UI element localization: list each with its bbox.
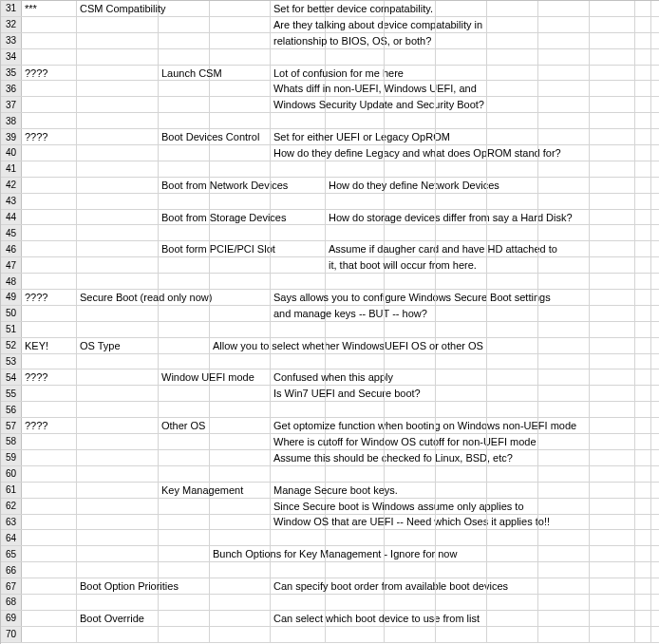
cell-a[interactable] <box>22 546 77 561</box>
cell-i[interactable] <box>487 306 538 321</box>
cell-i[interactable] <box>487 499 538 514</box>
cell-c[interactable] <box>159 145 210 161</box>
cell-g[interactable] <box>385 113 436 128</box>
cell-c[interactable] <box>159 161 210 177</box>
cell-f[interactable] <box>326 562 385 578</box>
cell-l[interactable] <box>635 241 651 256</box>
cell-i[interactable] <box>487 257 538 273</box>
row-header[interactable]: 40 <box>1 145 22 161</box>
cell-b[interactable] <box>77 113 159 128</box>
cell-j[interactable] <box>538 434 590 449</box>
cell-b[interactable] <box>77 418 159 433</box>
cell-l[interactable] <box>635 595 651 610</box>
cell-d[interactable] <box>210 611 271 626</box>
cell-l[interactable] <box>635 434 651 449</box>
cell-g[interactable] <box>385 306 436 321</box>
cell-h[interactable] <box>436 386 487 401</box>
cell-i[interactable] <box>487 466 538 482</box>
row-header[interactable]: 65 <box>1 546 22 561</box>
cell-g[interactable] <box>385 483 436 498</box>
row-header[interactable]: 42 <box>1 178 22 193</box>
cell-m[interactable] <box>651 290 659 305</box>
cell-e[interactable] <box>271 530 326 545</box>
cell-a[interactable] <box>22 257 77 273</box>
cell-c[interactable] <box>159 49 210 65</box>
cell-h[interactable] <box>436 290 487 305</box>
cell-l[interactable] <box>635 290 651 305</box>
cell-f[interactable] <box>326 322 385 337</box>
cell-j[interactable] <box>538 225 590 240</box>
cell-h[interactable] <box>436 257 487 273</box>
cell-l[interactable] <box>635 81 651 96</box>
cell-e[interactable] <box>271 49 326 65</box>
cell-a[interactable] <box>22 145 77 161</box>
cell-d[interactable] <box>210 466 271 482</box>
row-header[interactable]: 36 <box>1 81 22 96</box>
cell-c[interactable]: Key Management <box>159 483 210 498</box>
cell-j[interactable] <box>538 483 590 498</box>
cell-j[interactable] <box>538 515 590 530</box>
cell-j[interactable] <box>538 595 590 610</box>
cell-k[interactable] <box>590 225 635 240</box>
cell-m[interactable] <box>651 402 659 417</box>
cell-b[interactable] <box>77 274 159 289</box>
cell-d[interactable] <box>210 274 271 289</box>
cell-a[interactable] <box>22 81 77 96</box>
cell-i[interactable] <box>487 145 538 161</box>
cell-k[interactable] <box>590 66 635 81</box>
cell-f[interactable] <box>326 194 385 209</box>
cell-j[interactable] <box>538 611 590 626</box>
cell-b[interactable] <box>77 97 159 112</box>
cell-d[interactable] <box>210 81 271 96</box>
cell-h[interactable] <box>436 129 487 144</box>
cell-h[interactable] <box>436 627 487 642</box>
cell-c[interactable] <box>159 290 210 305</box>
cell-e[interactable] <box>271 402 326 417</box>
cell-e[interactable] <box>271 210 326 225</box>
cell-k[interactable] <box>590 546 635 561</box>
cell-m[interactable] <box>651 354 659 369</box>
cell-m[interactable] <box>651 81 659 96</box>
cell-k[interactable] <box>590 595 635 610</box>
cell-h[interactable] <box>436 81 487 96</box>
cell-c[interactable] <box>159 434 210 449</box>
cell-l[interactable] <box>635 499 651 514</box>
cell-g[interactable] <box>385 66 436 81</box>
cell-d[interactable] <box>210 578 271 594</box>
row-header[interactable]: 46 <box>1 241 22 256</box>
row-header[interactable]: 38 <box>1 113 22 128</box>
cell-h[interactable] <box>436 354 487 369</box>
cell-i[interactable] <box>487 515 538 530</box>
cell-g[interactable] <box>385 194 436 209</box>
cell-g[interactable] <box>385 418 436 433</box>
cell-j[interactable] <box>538 33 590 48</box>
cell-i[interactable] <box>487 161 538 177</box>
cell-d[interactable] <box>210 129 271 144</box>
cell-d[interactable] <box>210 33 271 48</box>
cell-d[interactable]: Bunch Options for Key Management - Ignor… <box>210 546 271 561</box>
cell-k[interactable] <box>590 17 635 32</box>
cell-j[interactable] <box>538 129 590 144</box>
cell-k[interactable] <box>590 499 635 514</box>
cell-g[interactable] <box>385 434 436 449</box>
cell-e[interactable]: Can specify boot order from available bo… <box>271 578 326 594</box>
cell-c[interactable] <box>159 274 210 289</box>
cell-e[interactable]: Assume this should be checked fo Linux, … <box>271 450 326 465</box>
cell-f[interactable] <box>326 515 385 530</box>
cell-l[interactable] <box>635 418 651 433</box>
cell-a[interactable]: ???? <box>22 290 77 305</box>
cell-b[interactable] <box>77 515 159 530</box>
cell-b[interactable] <box>77 530 159 545</box>
cell-l[interactable] <box>635 402 651 417</box>
cell-f[interactable] <box>326 290 385 305</box>
cell-d[interactable] <box>210 225 271 240</box>
cell-d[interactable] <box>210 257 271 273</box>
cell-l[interactable] <box>635 530 651 545</box>
cell-c[interactable]: Boot form PCIE/PCI Slot <box>159 241 210 256</box>
cell-b[interactable] <box>77 354 159 369</box>
cell-c[interactable] <box>159 595 210 610</box>
cell-f[interactable] <box>326 402 385 417</box>
cell-h[interactable] <box>436 210 487 225</box>
cell-c[interactable] <box>159 194 210 209</box>
cell-e[interactable] <box>271 562 326 578</box>
